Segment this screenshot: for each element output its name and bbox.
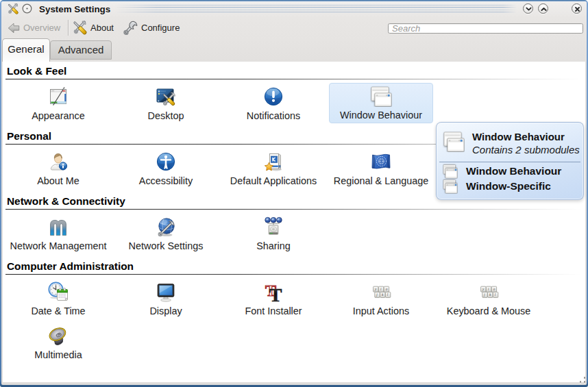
tooltip-entry-label: Window Behaviour (466, 165, 561, 177)
default-applications-icon (262, 151, 284, 173)
module-desktop[interactable]: Desktop (114, 83, 218, 123)
module-default-applications[interactable]: Default Applications (221, 148, 326, 188)
module-input-actions[interactable]: yio jkl Input Actions (329, 278, 433, 319)
tooltip-subtitle: Contains 2 submodules (472, 145, 580, 155)
close-icon (573, 5, 582, 14)
about-me-icon (47, 151, 69, 173)
chevron-up-icon (539, 5, 548, 14)
module-label: Input Actions (353, 306, 409, 316)
search-box (388, 22, 583, 34)
module-label: Regional & Language (334, 176, 428, 186)
app-icon (7, 3, 19, 15)
section-title: Computer Administration (7, 262, 582, 271)
module-label: Network Settings (129, 241, 204, 251)
overview-button[interactable]: Overview (7, 17, 60, 38)
module-label: Display (149, 306, 182, 316)
module-label: Network Management (10, 241, 107, 251)
section-grid: Date & Time (6, 278, 582, 362)
window-menu-icon[interactable] (22, 3, 32, 14)
module-keyboard-mouse[interactable]: yio jkl Keyboard & Mouse (437, 278, 541, 319)
input-actions-icon: yio jkl (370, 281, 392, 303)
tab-general[interactable]: General (2, 38, 50, 62)
network-settings-icon (155, 216, 177, 238)
tooltip-entry-window-behaviour[interactable]: Window Behaviour (443, 164, 561, 179)
chevron-down-icon (524, 5, 533, 14)
content-pane: Look & Feel (3, 62, 585, 382)
titlebar[interactable]: System Settings (1, 1, 588, 18)
section-rule (5, 209, 582, 210)
keyboard-mouse-icon: yio jkl (478, 281, 500, 303)
section-network-connectivity: Network & Connectivity Network Man (3, 197, 585, 253)
configure-button[interactable]: Configure (123, 17, 180, 38)
system-settings-window: System Settings (0, 0, 588, 387)
configure-label: Configure (141, 23, 180, 33)
svg-text:y: y (482, 287, 485, 291)
about-label: About (90, 23, 114, 33)
section-title: Look & Feel (7, 66, 582, 76)
module-appearance[interactable]: Appearance (6, 83, 110, 123)
tooltip-separator (439, 162, 580, 162)
window-behaviour-icon (370, 85, 392, 107)
module-tooltip: Window Behaviour Contains 2 submodules W… (436, 122, 584, 200)
module-label: Sharing (256, 241, 291, 251)
tooltip-entry-window-specific[interactable]: Window-Specific (443, 179, 551, 194)
window-icon (443, 164, 458, 179)
module-label: Default Applications (230, 176, 317, 186)
maximize-button[interactable] (538, 3, 548, 14)
module-label: Multimedia (34, 350, 82, 360)
titlebar-stripes (115, 5, 517, 14)
module-multimedia[interactable]: Multimedia (6, 322, 110, 362)
module-display[interactable]: Display (114, 278, 218, 319)
svg-text:y: y (374, 287, 377, 291)
section-rule (5, 79, 582, 79)
module-date-time[interactable]: Date & Time (6, 278, 110, 319)
minimize-button[interactable] (523, 3, 533, 14)
module-accessibility[interactable]: Accessibility (114, 148, 218, 188)
back-arrow-icon (7, 21, 21, 36)
overview-label: Overview (23, 23, 60, 33)
notifications-icon (262, 86, 284, 108)
module-about-me[interactable]: About Me (6, 148, 110, 188)
toolbar-separator (68, 20, 69, 36)
tab-advanced[interactable]: Advanced (50, 40, 112, 60)
appearance-icon (47, 86, 69, 108)
display-icon (155, 281, 177, 303)
multimedia-icon (47, 325, 69, 347)
module-label: Notifications (247, 111, 300, 121)
window-icon (443, 179, 458, 194)
module-label: Appearance (32, 111, 85, 121)
network-management-icon (47, 216, 69, 238)
module-label: Keyboard & Mouse (447, 306, 530, 316)
window-title: System Settings (39, 4, 110, 14)
module-label: About Me (37, 176, 79, 186)
module-sharing[interactable]: Sharing (221, 213, 326, 253)
section-rule (5, 274, 582, 275)
svg-text:T: T (269, 284, 282, 303)
module-label: Accessibility (139, 176, 193, 186)
svg-text:o: o (386, 287, 388, 291)
tab-bar: General Advanced (1, 38, 588, 62)
module-font-installer[interactable]: T T Font Installer (221, 278, 326, 319)
module-notifications[interactable]: Notifications (221, 83, 326, 123)
module-network-management[interactable]: Network Management (6, 213, 110, 253)
search-input[interactable] (388, 23, 583, 34)
sharing-icon (262, 216, 284, 238)
about-button[interactable]: About (72, 17, 114, 38)
resize-grip[interactable] (576, 377, 585, 384)
module-network-settings[interactable]: Network Settings (114, 213, 218, 253)
module-label: Date & Time (31, 306, 85, 316)
tooltip-title: Window Behaviour (472, 132, 565, 142)
accessibility-icon (155, 151, 177, 173)
module-window-behaviour[interactable]: Window Behaviour (329, 83, 433, 123)
section-grid: Network Management (6, 213, 582, 253)
section-grid: Appearance (6, 83, 582, 123)
font-installer-icon: T T (262, 281, 284, 303)
svg-text:o: o (493, 287, 495, 291)
section-look-and-feel: Look & Feel (3, 66, 585, 123)
module-label: Window Behaviour (340, 110, 422, 120)
module-regional-language[interactable]: Regional & Language (329, 148, 433, 188)
about-tools-icon (72, 20, 88, 36)
section-computer-administration: Computer Administration (3, 262, 585, 362)
close-button[interactable] (572, 3, 582, 14)
tooltip-entry-label: Window-Specific (466, 180, 551, 192)
